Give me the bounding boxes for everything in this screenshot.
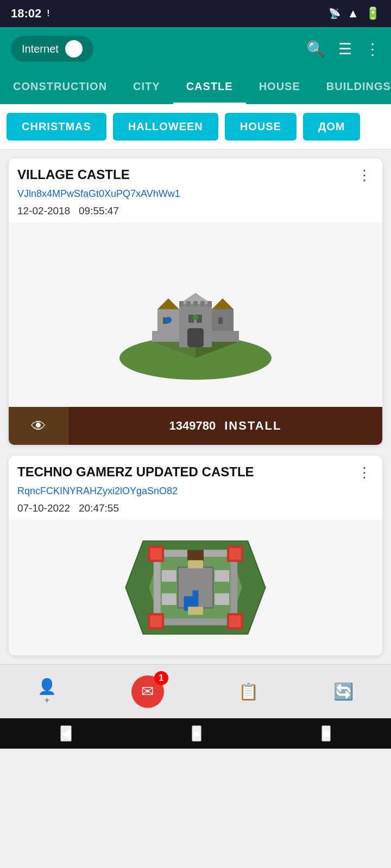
battery-icon: 🔋 [365, 7, 380, 21]
card-menu-1[interactable]: ⋮ [355, 167, 374, 184]
nav-mail[interactable]: ✉ 1 [131, 675, 164, 708]
tab-city[interactable]: CITY [120, 71, 173, 104]
toggle-knob [65, 40, 83, 58]
card-techno-castle: TECHNO GAMERZ UPDATED CASTLE ⋮ RqncFCKIN… [9, 456, 382, 655]
card-title-2: TECHNO GAMERZ UPDATED CASTLE [17, 464, 355, 480]
mail-symbol: ✉ [141, 682, 154, 700]
refresh-icon: 🔄 [333, 682, 354, 701]
header-icons: 🔍 ☰ ⋮ [306, 40, 380, 58]
preview-button-1[interactable]: 👁 [9, 407, 68, 445]
card-footer-1: 👁 1349780 INSTALL [9, 407, 382, 445]
card-header-1: VILLAGE CASTLE ⋮ [9, 158, 382, 188]
card-image-2 [9, 520, 382, 655]
svg-rect-39 [154, 562, 161, 613]
card-link-2[interactable]: RqncFCKINYRAHZyxi2lOYgaSnO82 [9, 486, 382, 500]
svg-rect-38 [164, 618, 227, 626]
svg-marker-9 [212, 298, 234, 309]
svg-rect-43 [215, 570, 229, 582]
nav-copy[interactable]: 📋 [238, 682, 258, 701]
chip-christmas[interactable]: CHRISTMAS [7, 113, 106, 141]
android-nav: ◀ ● ■ [0, 718, 391, 749]
svg-rect-20 [152, 331, 179, 342]
castle-illustration-1 [109, 233, 282, 396]
svg-rect-19 [187, 328, 204, 347]
card-menu-2[interactable]: ⋮ [355, 464, 374, 481]
svg-rect-21 [212, 331, 239, 342]
svg-rect-46 [188, 560, 203, 569]
mail-badge: 1 [154, 671, 168, 685]
copy-icon: 📋 [238, 682, 258, 701]
content-area: VILLAGE CASTLE ⋮ VJln8x4MPwSfaGt0XuPQ7xA… [0, 150, 391, 664]
svg-rect-14 [179, 301, 184, 307]
time-display: 18:02 [11, 7, 41, 21]
cast-icon: 📡 [329, 8, 340, 20]
tab-construction[interactable]: CONSTRUCTION [0, 71, 120, 104]
install-label-1: INSTALL [224, 419, 281, 433]
svg-rect-34 [229, 548, 241, 559]
card-date-1: 12-02-2018 09:55:47 [9, 203, 382, 222]
status-bar: 18:02 ! 📡 ▲ 🔋 [0, 0, 391, 27]
card-title-1: VILLAGE CASTLE [17, 167, 355, 182]
wifi-icon: ▲ [347, 7, 359, 21]
svg-rect-17 [200, 301, 205, 307]
recent-button[interactable]: ■ [321, 725, 331, 742]
svg-rect-15 [186, 301, 191, 307]
card-image-1 [9, 222, 382, 407]
svg-rect-33 [150, 548, 161, 559]
tab-house[interactable]: HOUSE [246, 71, 313, 104]
more-options-icon[interactable]: ⋮ [365, 40, 380, 58]
profile-icon: 👤 [37, 678, 56, 695]
chip-dom[interactable]: ДОМ [303, 113, 360, 141]
home-button[interactable]: ● [192, 725, 201, 742]
card-village-castle: VILLAGE CASTLE ⋮ VJln8x4MPwSfaGt0XuPQ7xA… [9, 158, 382, 445]
svg-point-23 [193, 315, 198, 320]
app-header: Internet 🔍 ☰ ⋮ [0, 27, 391, 71]
search-icon[interactable]: 🔍 [306, 40, 325, 58]
svg-rect-16 [193, 301, 198, 307]
bottom-nav: 👤 + ✉ 1 📋 🔄 [0, 664, 391, 718]
install-count-1: 1349780 [169, 419, 216, 433]
svg-rect-44 [162, 593, 176, 605]
card-date-2: 07-10-2022 20:47:55 [9, 500, 382, 520]
add-icon: + [45, 695, 49, 705]
category-tabs: CONSTRUCTION CITY CASTLE HOUSE BUILDINGS [0, 71, 391, 104]
svg-rect-35 [150, 615, 161, 627]
chip-halloween[interactable]: HALLOWEEN [113, 113, 218, 141]
chip-house[interactable]: HOUSE [225, 113, 297, 141]
eye-icon: 👁 [31, 417, 46, 435]
internet-label: Internet [22, 43, 59, 55]
back-button[interactable]: ◀ [60, 725, 72, 742]
svg-rect-36 [229, 615, 241, 627]
svg-rect-40 [230, 562, 237, 613]
svg-rect-42 [162, 570, 176, 582]
svg-marker-8 [157, 298, 179, 309]
svg-rect-10 [188, 315, 194, 323]
install-button-1[interactable]: 1349780 INSTALL [68, 407, 382, 445]
svg-rect-47 [188, 607, 203, 615]
svg-rect-45 [215, 593, 229, 605]
svg-point-22 [165, 317, 172, 323]
svg-rect-41 [187, 550, 204, 561]
tab-castle[interactable]: CASTLE [173, 71, 246, 104]
alert-icon: ! [47, 9, 49, 18]
nav-refresh[interactable]: 🔄 [333, 682, 354, 701]
internet-toggle[interactable]: Internet [11, 36, 93, 62]
nav-profile[interactable]: 👤 + [37, 678, 56, 705]
chips-row: CHRISTMAS HALLOWEEN HOUSE ДОМ [0, 104, 391, 150]
tab-buildings[interactable]: BUILDINGS [313, 71, 391, 104]
card-link-1[interactable]: VJln8x4MPwSfaGt0XuPQ7xAVhWw1 [9, 188, 382, 203]
filter-icon[interactable]: ☰ [338, 40, 352, 58]
card-header-2: TECHNO GAMERZ UPDATED CASTLE ⋮ [9, 456, 382, 486]
castle-illustration-2 [114, 520, 277, 655]
svg-rect-13 [218, 317, 223, 324]
svg-rect-18 [207, 301, 212, 307]
